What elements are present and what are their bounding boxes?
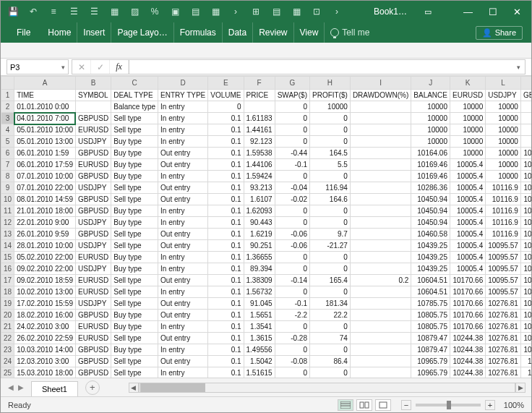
row-header[interactable]: 10 bbox=[1, 194, 14, 205]
cell[interactable]: 0.1 bbox=[208, 148, 244, 159]
cell[interactable]: 17.02.2010 15:59 bbox=[14, 298, 76, 310]
cell[interactable]: 10444.6 bbox=[520, 367, 531, 378]
cell[interactable]: GBPUSD bbox=[75, 113, 111, 124]
cell[interactable]: 1.56732 bbox=[244, 286, 275, 298]
col-header[interactable]: I bbox=[350, 77, 411, 90]
cell[interactable]: 0.1 bbox=[208, 344, 244, 356]
cell[interactable]: 0 bbox=[275, 263, 309, 275]
cell[interactable]: Sell type bbox=[111, 356, 158, 367]
row-header[interactable]: 1 bbox=[1, 90, 14, 101]
cell[interactable]: Sell type bbox=[111, 333, 158, 344]
cell[interactable]: EURUSD bbox=[75, 159, 111, 171]
cell[interactable]: 10338.28 bbox=[520, 252, 531, 263]
cell[interactable]: Buy type bbox=[111, 252, 158, 263]
cell[interactable]: 1.36655 bbox=[244, 252, 275, 263]
tell-me[interactable]: Tell me bbox=[325, 27, 369, 38]
cell[interactable]: 10338.28 bbox=[520, 275, 531, 286]
cell[interactable]: Out entry bbox=[158, 333, 208, 344]
cell[interactable]: ENTRY TYPE bbox=[158, 90, 208, 101]
cell[interactable]: 10000 bbox=[520, 124, 531, 136]
cell[interactable]: Out entry bbox=[158, 159, 208, 171]
cell[interactable]: 10439.25 bbox=[411, 263, 450, 275]
cell[interactable]: 10005.4 bbox=[450, 205, 485, 217]
row-header[interactable]: 8 bbox=[1, 171, 14, 182]
cell[interactable]: 07.01.2010 10:00 bbox=[14, 171, 76, 182]
cell[interactable] bbox=[244, 101, 275, 113]
more-icon[interactable]: › bbox=[332, 7, 342, 17]
cell[interactable]: 10000 bbox=[411, 124, 450, 136]
cell[interactable]: 0.1 bbox=[208, 275, 244, 286]
cell[interactable]: 10328.64 bbox=[520, 217, 531, 229]
table2-icon[interactable]: ▦ bbox=[210, 7, 220, 17]
cell[interactable]: GBPUSD bbox=[520, 90, 531, 101]
cell[interactable]: 06.01.2010 17:59 bbox=[14, 159, 76, 171]
sheet-nav-next-icon[interactable]: ▶ bbox=[18, 383, 24, 391]
cell[interactable]: 10286.36 bbox=[411, 182, 450, 194]
row-header[interactable]: 15 bbox=[1, 252, 14, 263]
cell[interactable]: 10244.38 bbox=[450, 356, 485, 367]
cell[interactable]: DRAWDOWN(%) bbox=[350, 90, 411, 101]
cell[interactable]: 10338.28 bbox=[520, 229, 531, 240]
cell[interactable]: 0 bbox=[310, 136, 351, 148]
cell[interactable]: 10338.28 bbox=[520, 286, 531, 298]
expand-formula-icon[interactable]: ▾ bbox=[517, 64, 520, 71]
select-all-corner[interactable] bbox=[1, 77, 14, 90]
cell[interactable]: 164.6 bbox=[310, 194, 351, 205]
cell[interactable]: 10805.75 bbox=[411, 310, 450, 321]
enter-formula-icon[interactable]: ✓ bbox=[91, 60, 110, 74]
cell[interactable]: 10805.75 bbox=[411, 321, 450, 333]
cell[interactable] bbox=[350, 148, 411, 159]
cell[interactable]: 10965.79 bbox=[411, 367, 450, 378]
cell[interactable]: 10005.4 bbox=[450, 159, 485, 171]
name-box[interactable]: P3 ▾ bbox=[7, 59, 69, 74]
tab-formulas[interactable]: Formulas bbox=[174, 22, 223, 43]
cell[interactable]: 0 bbox=[310, 205, 351, 217]
cancel-formula-icon[interactable]: ✕ bbox=[72, 60, 91, 74]
indent-increase-icon[interactable]: ☰ bbox=[89, 7, 99, 17]
cell[interactable] bbox=[350, 356, 411, 367]
sheet-tab[interactable]: Sheet1 bbox=[31, 381, 78, 396]
cell[interactable]: 0 bbox=[275, 252, 309, 263]
cell[interactable]: In entry bbox=[158, 286, 208, 298]
cell[interactable]: EURUSD bbox=[450, 90, 485, 101]
cell[interactable]: 0.1 bbox=[208, 298, 244, 310]
cell[interactable]: Sell type bbox=[111, 286, 158, 298]
cell[interactable] bbox=[350, 321, 411, 333]
cell[interactable]: Sell type bbox=[111, 124, 158, 136]
zoom-slider[interactable] bbox=[416, 404, 481, 406]
cell[interactable]: 10244.38 bbox=[450, 344, 485, 356]
cell[interactable]: Buy type bbox=[111, 310, 158, 321]
cell[interactable] bbox=[350, 194, 411, 205]
cell[interactable]: 10005.4 bbox=[450, 182, 485, 194]
cell[interactable]: 0.1 bbox=[208, 321, 244, 333]
tab-file[interactable]: File bbox=[11, 22, 36, 43]
cell[interactable]: 10000 bbox=[520, 101, 531, 113]
cell[interactable]: 10170.66 bbox=[450, 298, 485, 310]
cell[interactable]: 0 bbox=[275, 367, 309, 378]
cell[interactable]: 116.94 bbox=[310, 182, 351, 194]
cell[interactable]: -0.06 bbox=[275, 229, 309, 240]
cell[interactable] bbox=[350, 101, 411, 113]
cell[interactable]: 0 bbox=[310, 367, 351, 378]
cell[interactable]: 10244.38 bbox=[450, 333, 485, 344]
row-header[interactable]: 13 bbox=[1, 229, 14, 240]
cell[interactable]: 10005.4 bbox=[450, 229, 485, 240]
sheet-nav-prev-icon[interactable]: ◀ bbox=[8, 383, 14, 391]
cell[interactable] bbox=[350, 113, 411, 124]
tab-insert[interactable]: Insert bbox=[77, 22, 111, 43]
cell[interactable]: 10328.64 bbox=[520, 205, 531, 217]
cell[interactable]: 0 bbox=[275, 321, 309, 333]
cell[interactable]: 10164.06 bbox=[520, 159, 531, 171]
cell[interactable]: Sell type bbox=[111, 229, 158, 240]
zoom-out-button[interactable]: − bbox=[401, 400, 411, 410]
cell[interactable]: 1.5042 bbox=[244, 356, 275, 367]
cell[interactable]: 0.1 bbox=[208, 136, 244, 148]
cell[interactable]: -0.08 bbox=[275, 356, 309, 367]
row-header[interactable]: 16 bbox=[1, 263, 14, 275]
cell[interactable]: Buy type bbox=[111, 321, 158, 333]
cell[interactable]: 10000 bbox=[486, 124, 521, 136]
cell[interactable]: 1.49556 bbox=[244, 344, 275, 356]
cell[interactable]: 0.1 bbox=[208, 205, 244, 217]
cell[interactable]: 10244.38 bbox=[450, 367, 485, 378]
cell[interactable]: -21.27 bbox=[310, 240, 351, 252]
